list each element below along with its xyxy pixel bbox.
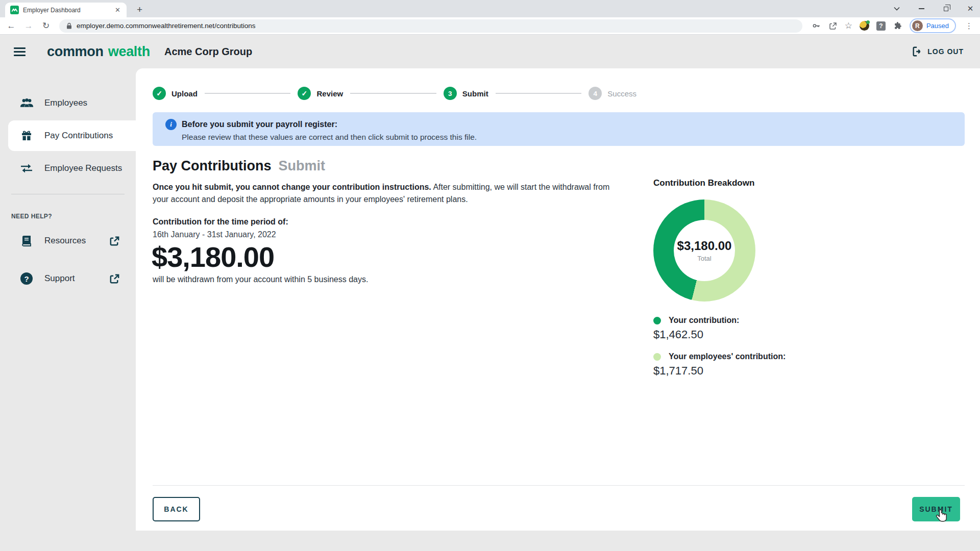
legend-dot-light-green [653,353,661,361]
back-icon[interactable]: ← [5,21,17,31]
breakdown-title: Contribution Breakdown [653,178,817,188]
tab-title: Employer Dashboard [23,7,109,14]
window-minimize-icon[interactable] [917,4,926,13]
window-restore-icon[interactable] [941,4,950,13]
legend-item-employees: Your employees' contribution: [653,352,817,361]
sync-paused-badge: Paused [926,22,949,30]
sidebar-item-label: Pay Contributions [44,131,113,141]
tab-close-icon[interactable]: ✕ [113,6,122,14]
sidebar-item-employee-requests[interactable]: Employee Requests [0,153,136,184]
forward-icon[interactable]: → [22,21,35,31]
employees-icon [19,98,34,108]
lock-icon [66,22,72,29]
step-upload: Upload [153,87,198,100]
chart-legend: Your contribution: $1,462.50 Your employ… [653,316,817,378]
sidebar-item-label: Employee Requests [44,163,122,173]
banner-title: Before you submit your payroll register: [182,120,337,129]
sidebar: Employees Pay Contributions Employee Req… [0,68,136,531]
period-value: 16th January - 31st January, 2022 [153,230,276,239]
address-bar[interactable]: employer.demo.commonwealthretirement.net… [59,19,802,33]
sidebar-item-label: Support [44,273,75,284]
donut-total-amount: $3,180.00 [677,239,732,253]
commonwealth-logo: commonwealth [47,44,150,60]
contribution-breakdown: Contribution Breakdown $3,180.00 Total Y… [653,178,817,388]
url-text: employer.demo.commonwealthretirement.net… [77,22,255,30]
period-label: Contribution for the time period of: [153,217,288,227]
need-help-label: NEED HELP? [11,213,136,220]
password-key-icon[interactable] [812,21,821,31]
browser-tabstrip: Employer Dashboard ✕ + ✕ [0,0,980,17]
footer-divider [153,485,965,486]
bookmark-star-icon[interactable]: ☆ [845,20,852,31]
step-review: Review [298,87,343,100]
profile-avatar: R [912,20,923,31]
extension-badge-icon[interactable] [860,21,869,31]
window-close-icon[interactable]: ✕ [966,4,975,13]
employees-contribution-value: $1,717.50 [653,364,817,378]
new-tab-button[interactable]: + [133,4,146,15]
sidebar-item-label: Employees [44,98,87,108]
total-amount: $3,180.00 [152,240,274,273]
company-name: Acme Corp Group [164,46,252,58]
sidebar-divider [11,194,125,194]
step-connector [205,93,291,94]
browser-toolbar: ← → ↻ employer.demo.commonwealthretireme… [0,17,980,35]
browser-menu-icon[interactable]: ⋮ [963,21,975,31]
sidebar-item-employees[interactable]: Employees [0,88,136,118]
main-content: Upload Review 3 Submit 4 Success [136,68,980,531]
app-page: commonwealth Acme Corp Group LOG OUT Emp… [0,35,980,551]
browser-tab[interactable]: Employer Dashboard ✕ [5,3,127,17]
back-button[interactable]: BACK [153,497,200,521]
legend-item-employer: Your contribution: [653,316,817,325]
external-link-icon [109,273,120,285]
logout-icon [912,46,923,57]
info-icon: i [165,119,177,130]
sidebar-item-resources[interactable]: Resources [0,223,136,259]
page-subtitle: Submit [279,158,326,173]
submit-warning-text: Once you hit submit, you cannot change y… [153,181,627,206]
employer-contribution-value: $1,462.50 [653,328,817,341]
gift-icon [19,130,34,142]
step-check-icon [153,87,166,100]
share-icon[interactable] [828,21,838,31]
mouse-hand-cursor [934,508,949,523]
site-favicon-icon [10,6,19,14]
withdrawal-note: will be withdrawn from your account with… [153,275,368,284]
step-number: 3 [444,87,457,100]
step-success: 4 Success [589,87,636,100]
reload-icon[interactable]: ↻ [40,20,52,31]
question-circle-icon: ? [19,272,34,285]
step-connector [496,93,582,94]
tab-search-chevron-icon[interactable] [892,4,901,13]
banner-body: Please review that these values are corr… [182,133,477,142]
step-check-icon [298,87,311,100]
book-icon [19,235,34,247]
legend-dot-dark-green [653,317,661,324]
browser-profile-button[interactable]: R Paused [910,18,956,33]
hamburger-menu-icon[interactable] [14,47,26,56]
step-number: 4 [589,87,602,100]
info-banner: i Before you submit your payroll registe… [153,112,965,146]
step-submit: 3 Submit [444,87,488,100]
progress-stepper: Upload Review 3 Submit 4 Success [153,87,636,100]
extensions-puzzle-icon[interactable] [893,21,902,31]
donut-total-label: Total [697,255,711,262]
transfer-arrows-icon [19,163,34,173]
external-link-icon [109,235,120,247]
app-header: commonwealth Acme Corp Group LOG OUT [0,35,980,68]
donut-chart: $3,180.00 Total [653,199,755,302]
logout-button[interactable]: LOG OUT [912,46,964,57]
sidebar-item-pay-contributions[interactable]: Pay Contributions [8,120,136,151]
sidebar-item-label: Resources [44,236,86,246]
page-title: Pay ContributionsSubmit [153,158,325,174]
sidebar-item-support[interactable]: ? Support [0,261,136,296]
step-connector [350,93,436,94]
extension-help-icon[interactable]: ? [876,21,886,31]
